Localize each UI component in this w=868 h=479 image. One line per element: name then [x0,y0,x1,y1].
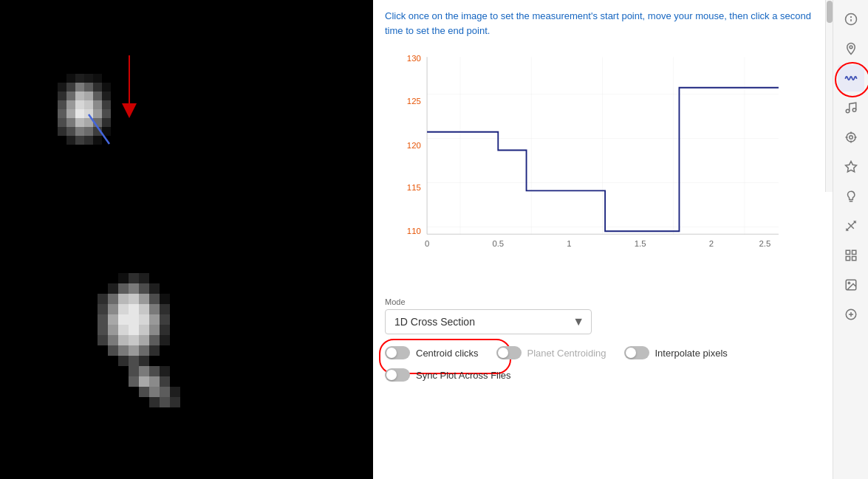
svg-rect-51 [108,283,118,294]
svg-rect-16 [102,92,111,100]
svg-rect-105 [149,376,160,387]
magic-wand-icon[interactable] [838,213,864,239]
svg-rect-20 [84,100,93,109]
svg-rect-42 [75,136,84,145]
svg-rect-10 [102,83,111,92]
svg-point-132 [846,109,850,113]
location-pin-icon[interactable] [838,35,864,62]
interpolate-pixels-switch[interactable] [624,346,649,359]
svg-rect-9 [93,83,102,92]
lightbulb-icon[interactable] [838,183,864,210]
image-icon[interactable] [838,272,864,298]
svg-text:1.5: 1.5 [635,239,646,248]
svg-rect-34 [102,118,111,127]
planet-centroiding-knob [498,348,508,358]
svg-rect-87 [129,335,139,345]
svg-point-131 [850,46,852,49]
svg-rect-89 [149,335,160,345]
centroid-clicks-switch[interactable] [385,346,410,359]
svg-rect-113 [170,397,180,407]
sync-plot-switch[interactable] [385,368,410,382]
svg-rect-38 [84,127,93,136]
star-icon[interactable] [838,154,864,180]
planet-centroiding-label: Planet Centroiding [527,348,606,359]
svg-rect-21 [93,100,102,109]
sync-plot-toggle-item[interactable]: Sync Plot Across Files [385,368,511,382]
svg-rect-114 [427,57,779,234]
right-wrapper: Click once on the image to set the measu… [373,0,868,479]
svg-rect-65 [118,304,129,314]
mode-select[interactable]: 1D Cross Section 2D Cross Section Line P… [385,309,592,334]
mode-section: Mode 1D Cross Section 2D Cross Section L… [385,297,821,334]
svg-rect-68 [149,304,160,314]
svg-rect-63 [98,304,108,314]
svg-rect-55 [149,283,160,294]
svg-rect-12 [66,92,75,100]
svg-rect-88 [139,335,149,345]
centroid-clicks-toggle-item[interactable]: Centroid clicks [385,346,479,359]
svg-rect-57 [108,294,118,304]
sidebar [833,0,868,479]
svg-text:1: 1 [567,239,571,248]
svg-rect-8 [84,83,93,92]
svg-rect-43 [84,136,93,145]
svg-rect-73 [129,314,139,325]
svg-rect-30 [66,118,75,127]
svg-rect-106 [160,376,170,387]
svg-rect-1 [66,74,75,83]
svg-text:130: 130 [407,54,421,63]
info-icon[interactable] [838,6,864,32]
svg-rect-48 [118,273,129,283]
svg-rect-98 [139,356,149,366]
svg-rect-36 [66,127,75,136]
svg-rect-93 [129,345,139,356]
svg-text:0: 0 [425,239,429,248]
music-note-icon[interactable] [838,94,864,121]
svg-rect-110 [170,387,180,397]
svg-rect-92 [118,345,129,356]
svg-rect-11 [58,92,66,100]
toggles-row2: Sync Plot Across Files [385,368,821,382]
svg-rect-71 [108,314,118,325]
planet-centroiding-toggle-item[interactable]: Planet Centroiding [496,346,606,359]
scroll-area[interactable]: Click once on the image to set the measu… [373,0,833,479]
waveform-icon[interactable] [838,65,864,92]
svg-rect-86 [118,335,129,345]
svg-rect-112 [160,397,170,407]
svg-rect-95 [149,345,160,356]
svg-rect-111 [149,397,160,407]
interpolate-pixels-label: Interpolate pixels [655,348,728,359]
add-icon[interactable] [838,301,864,328]
centroid-clicks-label: Centroid clicks [416,348,479,359]
target-icon[interactable] [838,124,864,151]
svg-rect-99 [129,366,139,376]
planet-centroiding-switch[interactable] [496,346,522,359]
svg-rect-60 [139,294,149,304]
svg-rect-15 [93,92,102,100]
svg-rect-22 [102,100,111,109]
svg-rect-103 [129,376,139,387]
svg-rect-44 [93,136,102,145]
svg-text:2.5: 2.5 [759,239,770,248]
svg-rect-145 [852,250,855,254]
svg-rect-104 [139,376,149,387]
svg-rect-102 [160,366,170,376]
svg-text:0.5: 0.5 [492,239,504,248]
svg-text:125: 125 [407,97,421,106]
main-content: Click once on the image to set the measu… [373,0,833,479]
svg-rect-56 [98,294,108,304]
image-panel[interactable] [0,0,373,479]
svg-rect-31 [75,118,84,127]
svg-rect-52 [118,283,129,294]
interpolate-pixels-toggle-item[interactable]: Interpolate pixels [624,346,728,359]
svg-rect-35 [58,127,66,136]
svg-rect-64 [108,304,118,314]
svg-rect-100 [139,366,149,376]
svg-rect-84 [98,335,108,345]
svg-marker-140 [845,162,856,172]
svg-rect-7 [75,83,84,92]
mode-select-wrapper: 1D Cross Section 2D Cross Section Line P… [385,309,592,334]
mosaic-icon[interactable] [838,242,864,269]
svg-point-149 [848,282,850,283]
svg-rect-58 [118,294,129,304]
